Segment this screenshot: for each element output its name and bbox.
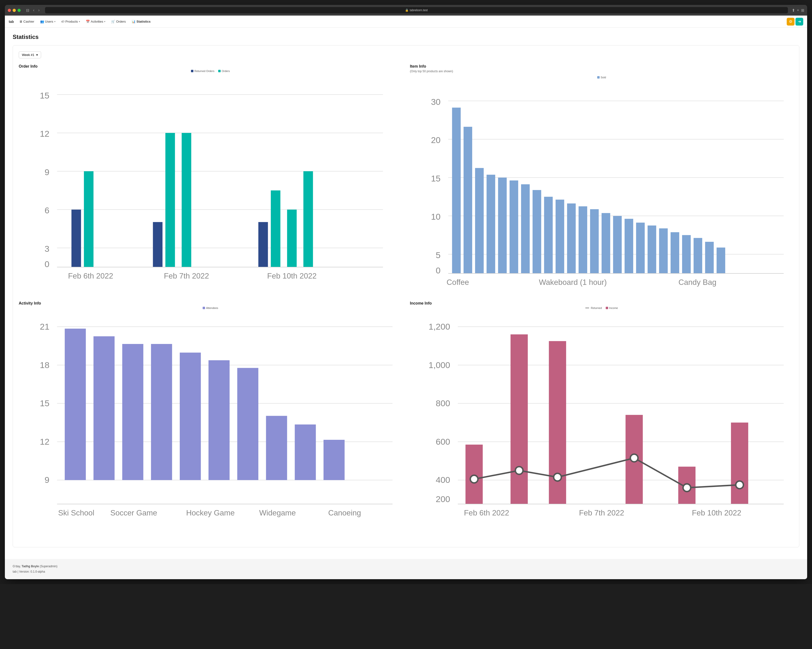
footer-greeting: G'day, Tadhg Boyle (Superadmin): [13, 564, 799, 569]
svg-text:6: 6: [44, 206, 49, 215]
order-info-section: Order Info Returned Orders Orders: [19, 64, 402, 293]
svg-rect-29: [487, 175, 495, 273]
bar-ret-3: [258, 222, 268, 267]
svg-text:Coffee: Coffee: [447, 278, 469, 287]
exit-icon: ➜: [798, 19, 801, 24]
svg-rect-65: [93, 336, 114, 480]
exit-button[interactable]: ➜: [795, 18, 803, 26]
svg-text:Feb 7th 2022: Feb 7th 2022: [164, 272, 209, 280]
order-info-svg: 15 12 9 6 3 0: [19, 75, 402, 286]
products-label: Products: [66, 20, 78, 23]
svg-text:15: 15: [431, 174, 441, 183]
svg-text:12: 12: [40, 129, 49, 139]
svg-text:Hockey Game: Hockey Game: [186, 509, 235, 517]
users-chevron: ▾: [54, 20, 55, 23]
svg-rect-45: [671, 232, 679, 273]
income-info-chart: 1,200 1,000 800 600 400 200: [410, 312, 793, 533]
svg-text:5: 5: [436, 250, 441, 260]
nav-users[interactable]: 👥 Users ▾: [38, 18, 58, 25]
legend-sold-dot: [597, 76, 600, 79]
users-label: Users: [45, 20, 53, 23]
svg-rect-71: [266, 416, 287, 480]
svg-rect-34: [544, 197, 553, 273]
statistics-label: Statistics: [136, 20, 151, 23]
svg-rect-39: [601, 213, 610, 273]
svg-text:Candy Bag: Candy Bag: [678, 278, 716, 287]
legend-attendees-label: Attendees: [206, 307, 218, 309]
stats-card: Week #1 ▾ Order Info Returned Orders: [13, 45, 799, 547]
charts-row-1: Order Info Returned Orders Orders: [19, 64, 793, 293]
svg-text:30: 30: [431, 97, 441, 107]
minimize-button[interactable]: [13, 9, 16, 12]
svg-rect-96: [731, 423, 748, 504]
svg-rect-46: [682, 235, 691, 273]
sidebar-toggle[interactable]: ⊟: [24, 8, 31, 13]
share-icon[interactable]: ⬆: [792, 8, 795, 13]
activity-info-legend: Attendees: [19, 307, 402, 309]
svg-rect-48: [705, 242, 714, 273]
bar-ord-3: [271, 191, 280, 267]
svg-text:800: 800: [436, 399, 450, 408]
svg-rect-70: [237, 368, 258, 480]
bar-ord-2: [165, 133, 175, 267]
svg-rect-49: [717, 247, 725, 273]
svg-rect-32: [521, 185, 530, 273]
svg-text:Feb 10th 2022: Feb 10th 2022: [692, 509, 741, 517]
new-tab-icon[interactable]: +: [797, 8, 799, 13]
close-button[interactable]: [8, 9, 11, 12]
title-bar: ⊟ ‹ › 🔒 tabreborn.test ⬆ + ⊞: [5, 5, 807, 15]
legend-income-dot: [606, 307, 608, 309]
orders-label: Orders: [116, 20, 126, 23]
browser-actions: ⬆ + ⊞: [792, 8, 804, 13]
nav-statistics[interactable]: 📊 Statistics: [129, 18, 153, 25]
svg-rect-67: [151, 344, 172, 480]
legend-returned-dot: [191, 70, 193, 72]
order-info-title: Order Info: [19, 64, 402, 69]
traffic-lights: [8, 9, 21, 12]
nav-activities[interactable]: 📅 Activities ▾: [84, 18, 108, 25]
nav-bar: tab 🖥 Cashier 👥 Users ▾ 🏷 Products ▾ 📅 A…: [5, 15, 807, 28]
settings-button[interactable]: ⚙: [787, 18, 794, 26]
footer: G'day, Tadhg Boyle (Superadmin) tab | Ve…: [5, 559, 807, 579]
activity-info-svg: 21 18 15 12 9: [19, 312, 402, 533]
svg-rect-33: [533, 190, 541, 273]
forward-button[interactable]: ›: [37, 8, 41, 13]
legend-orders-label: Orders: [221, 70, 230, 72]
week-selector: Week #1 ▾: [19, 51, 793, 58]
address-bar[interactable]: 🔒 tabreborn.test: [45, 7, 788, 14]
svg-rect-27: [464, 127, 472, 273]
week-value: Week #1: [22, 53, 34, 57]
nav-orders[interactable]: 🛒 Orders: [109, 18, 128, 25]
week-dropdown[interactable]: Week #1 ▾: [19, 51, 41, 58]
svg-rect-28: [475, 168, 484, 273]
week-chevron: ▾: [36, 53, 38, 57]
svg-text:Soccer Game: Soccer Game: [110, 509, 157, 517]
svg-rect-73: [324, 440, 345, 480]
svg-rect-36: [567, 203, 575, 273]
main-content: Statistics Week #1 ▾ Order Info: [5, 28, 807, 559]
nav-products[interactable]: 🏷 Products ▾: [59, 18, 82, 25]
charts-row-2: Activity Info Attendees: [19, 301, 793, 533]
svg-rect-72: [295, 425, 316, 480]
order-info-chart: 15 12 9 6 3 0: [19, 75, 402, 287]
returned-dot-5: [683, 484, 691, 492]
page-title: Statistics: [13, 34, 799, 40]
svg-rect-42: [636, 223, 645, 273]
username-text: Tadhg Boyle: [21, 565, 39, 568]
bar-ord-1: [84, 171, 93, 267]
item-info-section: Item Info (Only top 50 products are show…: [410, 64, 793, 293]
legend-sold: Sold: [597, 76, 606, 79]
svg-rect-91: [466, 445, 483, 504]
svg-text:10: 10: [431, 212, 441, 221]
nav-controls: ⊟ ‹ ›: [24, 8, 41, 13]
svg-rect-26: [452, 107, 461, 273]
svg-text:200: 200: [436, 494, 450, 504]
back-button[interactable]: ‹: [32, 8, 36, 13]
svg-text:0: 0: [44, 259, 49, 269]
nav-logo: tab: [9, 20, 14, 24]
grid-icon[interactable]: ⊞: [801, 8, 804, 13]
maximize-button[interactable]: [18, 9, 21, 12]
page-content: tab 🖥 Cashier 👥 Users ▾ 🏷 Products ▾ 📅 A…: [5, 15, 807, 579]
nav-cashier[interactable]: 🖥 Cashier: [17, 18, 37, 25]
legend-orders-dot: [218, 70, 221, 72]
